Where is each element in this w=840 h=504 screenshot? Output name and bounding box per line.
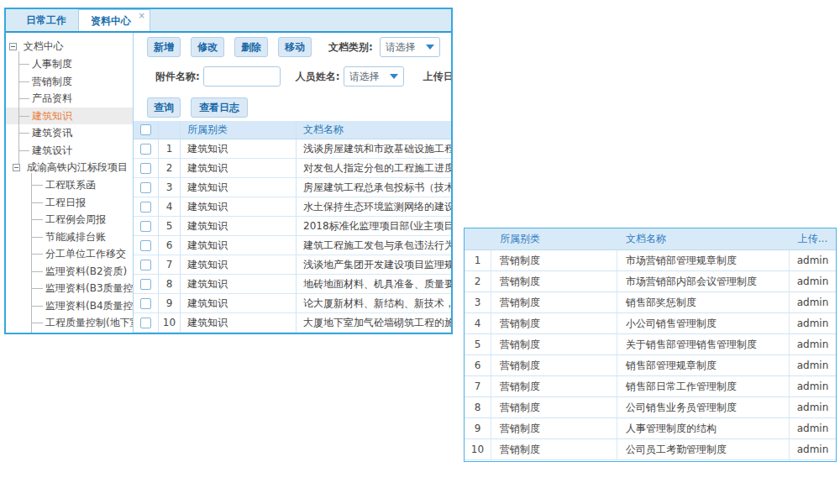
collapse-icon[interactable] (13, 164, 20, 171)
table-row[interactable]: 2 营销制度 市场营销部内部会议管理制度 admin (465, 271, 836, 292)
table-row[interactable]: 8 建筑知识 地砖地面材料、机具准备、质量要求及... (134, 275, 451, 294)
tree-item[interactable]: 工程例会周报 (6, 211, 133, 228)
tree-item[interactable]: 工程质量控制(地下室) (6, 314, 133, 332)
table-row[interactable]: 5 营销制度 关于销售部管理销售管理制度 admin (465, 334, 836, 355)
select-all-checkbox[interactable] (140, 124, 151, 135)
tree-item[interactable]: 工程质量控制 (6, 332, 133, 333)
row-category: 营销制度 (491, 355, 617, 375)
tree-item[interactable]: 建筑设计 (6, 142, 133, 160)
table-row[interactable]: 9 营销制度 人事管理制度的结构 admin (465, 418, 836, 439)
row-doc-name: 大厦地下室加气砼墙砌筑工程的施工方... (297, 313, 451, 332)
row-checkbox[interactable] (140, 260, 151, 270)
table-row[interactable]: 10 建筑知识 大厦地下室加气砼墙砌筑工程的施工方... (134, 313, 451, 333)
table-row[interactable]: 6 建筑知识 建筑工程施工发包与承包违法行为认定... (134, 236, 451, 255)
row-checkbox[interactable] (140, 221, 151, 232)
tree-root-document-center[interactable]: 文档中心 (6, 38, 133, 55)
row-doc-name: 公司销售业务员管理制度 (617, 397, 790, 417)
tree-item[interactable]: 工程联系函 (6, 176, 133, 194)
row-checkbox[interactable] (140, 279, 151, 290)
row-category: 营销制度 (491, 250, 617, 270)
tree-item[interactable]: 监理资料(B4质量控制) (6, 297, 133, 315)
main-panel: 新增 修改 删除 移动 文档类别: 请选择 文档 附件名称: 人员姓名: (134, 33, 451, 333)
table-row[interactable]: 7 建筑知识 浅谈地产集团开发建设项目监理规划编... (134, 255, 451, 275)
table-row[interactable]: 3 营销制度 销售部奖惩制度 admin (465, 292, 836, 313)
tree-item-label: 工程联系函 (45, 179, 96, 191)
row-number: 2 (159, 159, 181, 177)
collapse-icon[interactable] (9, 43, 17, 50)
header-number-cell (465, 228, 491, 249)
tree-item[interactable]: 建筑资讯 (6, 124, 133, 142)
move-button[interactable]: 移动 (278, 37, 312, 57)
row-checkbox[interactable] (140, 202, 151, 213)
tree-item[interactable]: 节能减排台账 (6, 228, 133, 246)
row-checkbox-cell (134, 159, 159, 177)
row-category: 营销制度 (491, 292, 617, 312)
row-checkbox[interactable] (140, 298, 151, 309)
tree-connector (31, 306, 43, 307)
table-row[interactable]: 8 营销制度 公司销售业务员管理制度 admin (465, 397, 836, 418)
edit-button[interactable]: 修改 (191, 37, 224, 57)
tree-item[interactable]: 营销制度 (6, 73, 133, 91)
table-row[interactable]: 4 建筑知识 水土保持生态环境监测网络的建设与资... (134, 197, 451, 217)
row-number: 5 (465, 334, 491, 354)
app-canvas: 日常工作 资料中心 × 文档中心 人事制度 (0, 0, 840, 504)
header-category[interactable]: 所属别类 (491, 228, 617, 249)
tab-daily-work[interactable]: 日常工作 (14, 9, 78, 31)
toolbar-row: 新增 修改 删除 移动 文档类别: 请选择 文档 (134, 37, 451, 57)
row-uploader: admin (790, 292, 836, 312)
header-doc-name[interactable]: 文档名称 (297, 121, 451, 139)
row-checkbox[interactable] (140, 144, 151, 155)
tree-item[interactable]: 工程日报 (6, 194, 133, 212)
delete-button[interactable]: 删除 (234, 37, 268, 57)
header-doc-name[interactable]: 文档名称 (617, 228, 790, 249)
table-row[interactable]: 6 营销制度 销售部管理规章制度 admin (465, 355, 836, 376)
header-category[interactable]: 所属别类 (181, 121, 297, 139)
table-row[interactable]: 7 营销制度 销售部日常工作管理制度 admin (465, 376, 836, 397)
document-tree-sidebar: 文档中心 人事制度 营销制度 产品资料 (6, 33, 134, 333)
row-checkbox[interactable] (140, 163, 151, 174)
close-icon[interactable]: × (139, 12, 145, 20)
filter-row: 附件名称: 人员姓名: 请选择 上传日期 (134, 66, 451, 87)
documents-grid: 所属别类 文档名称 1 建筑知识 浅谈房屋建筑和市政 (134, 121, 451, 333)
table-row[interactable]: 1 营销制度 市场营销部管理规章制度 admin (465, 250, 836, 271)
table-row[interactable]: 9 建筑知识 论大厦新材料、新结构、新技术，新工... (134, 294, 451, 313)
row-checkbox[interactable] (140, 182, 151, 193)
table-row[interactable]: 3 建筑知识 房屋建筑工程总承包投标书（技术标）... (134, 178, 451, 197)
tree-item-label: 监理资料(B4质量控制) (45, 300, 134, 312)
tab-strip: 日常工作 资料中心 × (6, 9, 451, 33)
tree-item[interactable]: 监理资料(B2资质) (6, 263, 133, 281)
view-log-button[interactable]: 查看日志 (191, 97, 248, 118)
tree-item[interactable]: 监理资料(B3质量控制) (6, 280, 133, 297)
tree-root-railway-project[interactable]: 成渝高铁内江标段项目 (6, 159, 133, 176)
row-number: 1 (159, 139, 181, 158)
table-row[interactable]: 2 建筑知识 对发包人指定分包的工程施工进度安排... (134, 159, 451, 178)
row-number: 9 (159, 294, 181, 312)
table-row[interactable]: 4 营销制度 小公司销售管理制度 admin (465, 313, 836, 334)
tree-connector (31, 202, 43, 203)
tree-item[interactable]: 产品资料 (6, 90, 133, 108)
query-button[interactable]: 查询 (147, 97, 181, 118)
row-uploader: admin (790, 418, 836, 438)
table-row[interactable]: 5 建筑知识 2018标准化监理项目部(业主项目部)人员... (134, 217, 451, 236)
row-category: 营销制度 (491, 397, 617, 417)
row-doc-name: 对发包人指定分包的工程施工进度安排... (297, 159, 451, 177)
tree-item-label: 监理资料(B3质量控制) (45, 282, 134, 294)
row-checkbox[interactable] (140, 240, 151, 251)
row-number: 6 (159, 236, 181, 255)
header-uploader[interactable]: 上传... (790, 228, 836, 249)
tree-item[interactable]: 分工单位工作移交 (6, 245, 133, 263)
row-category: 建筑知识 (181, 294, 297, 312)
doc-category-select[interactable]: 请选择 (380, 37, 440, 57)
person-name-select[interactable]: 请选择 (344, 66, 404, 87)
table-row[interactable]: 10 营销制度 公司员工考勤管理制度 admin (465, 439, 836, 460)
tree-connector (31, 288, 43, 289)
tree-item[interactable]: 建筑知识 (6, 108, 133, 125)
row-uploader: admin (790, 334, 836, 354)
row-checkbox-cell (134, 197, 159, 216)
tab-data-center[interactable]: 资料中心 × (78, 9, 150, 31)
add-button[interactable]: 新增 (147, 37, 181, 57)
row-checkbox[interactable] (140, 318, 151, 328)
table-row[interactable]: 1 建筑知识 浅谈房屋建筑和市政基础设施工程施工... (134, 139, 451, 159)
attachment-name-input[interactable] (203, 66, 281, 87)
tree-item[interactable]: 人事制度 (6, 55, 133, 73)
